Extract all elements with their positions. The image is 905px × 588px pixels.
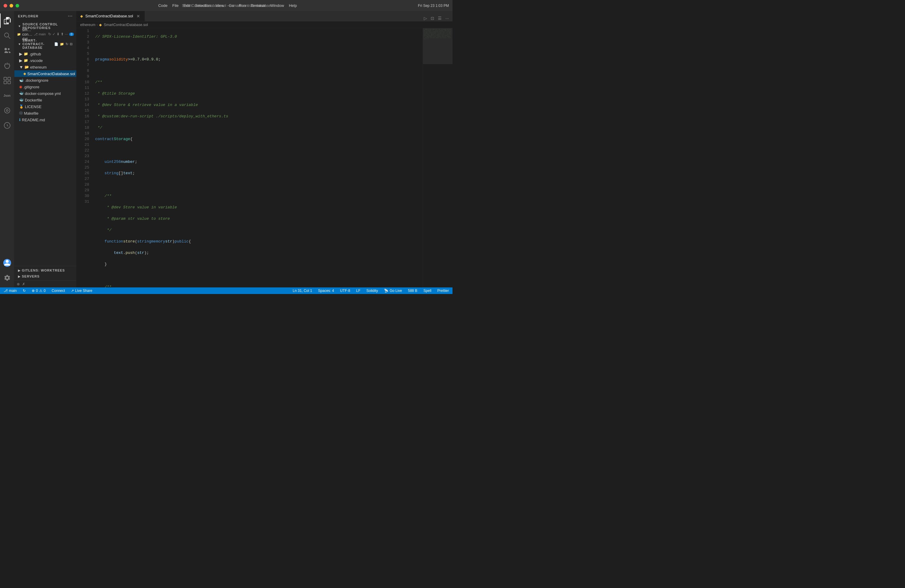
live-share-status[interactable]: ↗ Live Share: [70, 288, 94, 294]
tree-item-makefile[interactable]: Ⓜ Makefile: [14, 110, 76, 116]
svg-rect-5: [8, 81, 11, 84]
main-layout: Json EXPLORER ··· ▼ SOURCE CON: [0, 11, 452, 288]
scm-repo-item[interactable]: 📁 smart-contract-databas... ⎇ main ↻ ✓ ⬇…: [14, 31, 76, 37]
files-section[interactable]: ▼ SMART-CONTRACT-DATABASE 📄 📁 ↻ ⊟: [14, 37, 76, 51]
sidebar-more[interactable]: ···: [68, 13, 73, 19]
breadcrumb-file-icon: ◆: [99, 23, 102, 27]
tree-item-github[interactable]: ▶ 📁 .github: [14, 51, 76, 57]
sidebar: EXPLORER ··· ▼ SOURCE CONTROL REPOSITORI…: [14, 11, 76, 288]
error-count: 0: [36, 289, 38, 293]
tree-label: .github: [29, 52, 41, 56]
sidebar-item-source-control[interactable]: [0, 43, 14, 58]
tree-label: ethereum: [30, 65, 47, 70]
eol-status[interactable]: LF: [355, 288, 362, 294]
error-icon: ⊗: [32, 289, 35, 293]
prettier-label: Prettier: [437, 289, 449, 293]
sync-icon: ↻: [23, 289, 26, 293]
collapse-icon[interactable]: ⊟: [70, 42, 73, 46]
activity-bar: Json: [0, 11, 14, 288]
breadcrumb-sep: ›: [97, 23, 98, 27]
tree-item-gitignore[interactable]: ◉ .gitignore: [14, 84, 76, 90]
files-chevron: ▼: [18, 43, 21, 46]
tree-item-vscode[interactable]: ▶ 📁 .vscode: [14, 57, 76, 64]
tree-item-license[interactable]: 🏅 LICENSE: [14, 103, 76, 110]
sidebar-item-gitlens[interactable]: [0, 118, 14, 133]
minimize-button[interactable]: [10, 4, 13, 8]
status-left: ⎇ main ↻ ⊗ 0 ⚠ 0 Connect ↗ Live Share: [2, 288, 94, 294]
maximize-button[interactable]: [16, 4, 19, 8]
errors-status[interactable]: ⊗ 0 ⚠ 0: [30, 288, 47, 294]
push-icon[interactable]: ⬆: [61, 32, 64, 36]
connect-label: Connect: [51, 289, 65, 293]
titlebar-right: Fri Sep 23 1:03 PM: [418, 3, 449, 8]
live-share-icon: ↗: [71, 289, 74, 293]
folder-icon: 📁: [24, 52, 28, 56]
connect-status[interactable]: Connect: [50, 288, 66, 294]
spell-status[interactable]: Spell: [422, 288, 433, 294]
tree-item-dockerignore[interactable]: 🐋 .dockerignore: [14, 77, 76, 84]
new-folder-icon[interactable]: 📁: [60, 42, 64, 46]
code-editor[interactable]: // SPDX-License-Identifier: GPL-3.0 prag…: [92, 28, 422, 288]
git-branch-icon: ⎇: [3, 289, 8, 293]
sidebar-item-remote[interactable]: [0, 103, 14, 118]
tree-item-sol[interactable]: ◆ SmartContractDatabase.sol: [14, 70, 76, 77]
breadcrumb-icon[interactable]: ☰: [437, 15, 443, 21]
close-button[interactable]: [3, 4, 7, 8]
menu-window[interactable]: Window: [270, 3, 284, 8]
language: Solidity: [366, 289, 378, 293]
folder-closed-icon: ▶: [19, 58, 22, 63]
tree-item-ethereum[interactable]: ▼ 📂 ethereum: [14, 64, 76, 70]
sidebar-item-explorer[interactable]: [0, 13, 14, 28]
sidebar-title: EXPLORER ···: [14, 11, 76, 21]
servers-section[interactable]: ▶ SERVERS: [14, 273, 76, 279]
check-icon[interactable]: ✓: [52, 32, 56, 36]
folder-icon: 📁: [24, 58, 28, 63]
branch-status[interactable]: ⎇ main: [2, 288, 18, 294]
tree-item-readme[interactable]: ℹ README.md: [14, 116, 76, 123]
scm-actions: ↻ ✓ ⬇ ⬆ ··· 0: [48, 32, 74, 36]
position-status[interactable]: Ln 31, Col 1: [292, 288, 313, 294]
tab-sol[interactable]: ◆ SmartContractDatabase.sol ✕: [76, 11, 145, 21]
sidebar-item-settings[interactable]: [0, 271, 14, 285]
more-icon[interactable]: ···: [65, 32, 68, 36]
sidebar-item-json[interactable]: Json: [0, 88, 14, 103]
sync-status[interactable]: ↻: [22, 288, 27, 294]
sync-icon[interactable]: ↻: [48, 32, 51, 36]
menu-file[interactable]: File: [172, 3, 179, 8]
sidebar-item-debug[interactable]: [0, 58, 14, 73]
encoding-status[interactable]: UTF-8: [339, 288, 351, 294]
sidebar-bottom-bar: ⊗ ✗: [14, 281, 76, 288]
tree-label: Makefile: [24, 111, 38, 116]
refresh-icon[interactable]: ↻: [65, 42, 68, 46]
prettier-status[interactable]: Prettier: [436, 288, 450, 294]
gitlens-worktrees[interactable]: ▶ GITLENS: WORKTREES: [14, 267, 76, 273]
run-icon[interactable]: ▷: [422, 15, 428, 21]
breadcrumb-ethereum[interactable]: ethereum: [80, 23, 95, 27]
minimap: // SPDX-License-Identifier: GPL-3.0 prag…: [422, 28, 452, 288]
file-size-status[interactable]: 588 B: [407, 288, 418, 294]
svg-line-1: [8, 37, 10, 39]
pull-icon[interactable]: ⬇: [57, 32, 60, 36]
makefile-icon: Ⓜ: [19, 111, 23, 116]
readme-icon: ℹ: [19, 118, 21, 122]
avatar: [3, 259, 11, 267]
new-file-icon[interactable]: 📄: [54, 42, 59, 46]
tree-item-dockerfile[interactable]: 🐳 Dockerfile: [14, 97, 76, 103]
language-status[interactable]: Solidity: [365, 288, 379, 294]
split-icon[interactable]: ⊡: [429, 15, 435, 21]
sidebar-item-accounts[interactable]: [0, 256, 14, 270]
breadcrumb-file[interactable]: SmartContractDatabase.sol: [104, 23, 148, 27]
menu-code[interactable]: Code: [158, 3, 168, 8]
license-icon: 🏅: [19, 105, 24, 109]
sidebar-item-search[interactable]: [0, 29, 14, 43]
file-size: 588 B: [408, 289, 417, 293]
more-editors-icon[interactable]: ···: [444, 15, 450, 21]
tree-item-docker-compose[interactable]: 🐳 docker-compose.yml: [14, 90, 76, 97]
tab-close-button[interactable]: ✕: [136, 13, 141, 19]
go-live-status[interactable]: 📡 Go Live: [383, 288, 403, 294]
sidebar-item-extensions[interactable]: [0, 73, 14, 88]
time-display: Fri Sep 23 1:03 PM: [418, 3, 449, 8]
titlebar: Code File Edit Selection View Go Run Ter…: [0, 0, 452, 11]
menu-help[interactable]: Help: [289, 3, 297, 8]
spaces-status[interactable]: Spaces: 4: [317, 288, 335, 294]
